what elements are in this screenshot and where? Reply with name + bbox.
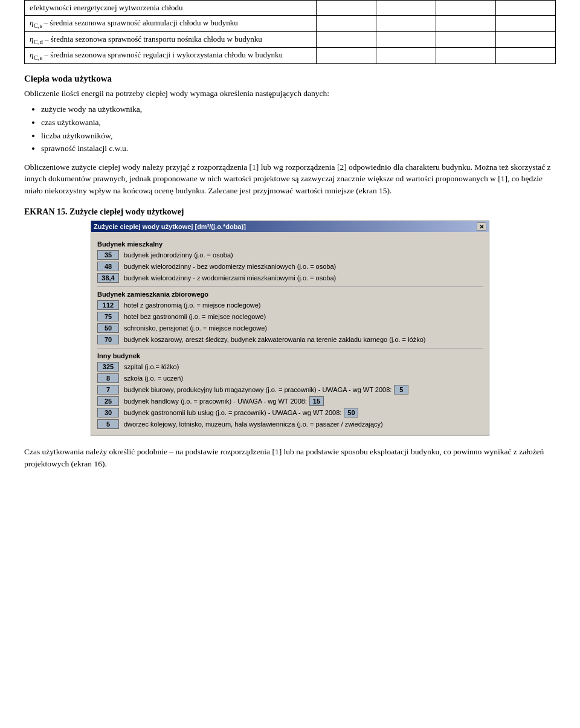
win-row-text: budynek biurowy, produkcyjny lub magazyn… (124, 386, 392, 393)
table-cell-1 (317, 31, 376, 48)
properties-table: efektywności energetycznej wytworzenia c… (24, 0, 556, 64)
screenshot-window: Zużycie ciepłej wody użytkowej [dm³/(j.o… (91, 221, 489, 436)
win-row-text: hotel z gastronomią (j.o. = miejsce nocl… (124, 301, 261, 309)
close-button[interactable]: ✕ (477, 222, 486, 231)
table-cell-2 (376, 16, 436, 32)
intro-paragraph: Obliczenie ilości energii na potrzeby ci… (24, 88, 556, 100)
win-row: 30 budynek gastronomii lub usług (j.o. =… (97, 408, 483, 417)
win-badge: 25 (97, 396, 119, 406)
win-row: 25 budynek handlowy (j.o. = pracownik) -… (97, 396, 483, 406)
section-heading: Ciepła woda użytkowa (24, 74, 556, 84)
win-badge: 75 (97, 312, 119, 321)
list-item: liczba użytkowników, (41, 129, 556, 143)
table-cell-1 (317, 48, 376, 64)
win-badge-extra: 50 (344, 408, 358, 417)
win-row-text: budynek wielorodzinny - z wodomierzami m… (124, 274, 336, 282)
win-badge: 35 (97, 250, 119, 260)
win-row-text: hotel bez gastronomii (j.o. = miejsce no… (124, 313, 266, 320)
win-row: 70 budynek koszarowy, areszt śledczy, bu… (97, 335, 483, 344)
win-row-text: schronisko, pensjonat (j.o. = miejsce no… (124, 324, 267, 332)
win-row: 5 dworzec kolejowy, lotnisko, muzeum, ha… (97, 419, 483, 429)
table-cell-label: ηC,e – średnia sezonowa sprawność regula… (25, 48, 317, 64)
win-divider (97, 286, 483, 287)
win-row: 112 hotel z gastronomią (j.o. = miejsce … (97, 300, 483, 310)
table-cell-label: ηC,s – średnia sezonowa sprawność akumul… (25, 16, 317, 32)
window-body: Budynek mieszkalny 35 budynek jednorodzi… (91, 232, 489, 436)
table-cell-4 (496, 1, 556, 16)
win-row: 325 szpital (j.o.= łóżko) (97, 362, 483, 372)
win-row: 50 schronisko, pensjonat (j.o. = miejsce… (97, 323, 483, 333)
win-row: 35 budynek jednorodzinny (j.o. = osoba) (97, 250, 483, 260)
win-badge: 5 (97, 419, 119, 429)
table-cell-4 (496, 16, 556, 32)
table-cell-label: ηC,d – średnia sezonowa sprawność transp… (25, 31, 317, 48)
table-row: ηC,s – średnia sezonowa sprawność akumul… (25, 16, 556, 32)
win-row: 7 budynek biurowy, produkcyjny lub magaz… (97, 385, 483, 395)
win-row: 8 szkoła (j.o. = uczeń) (97, 373, 483, 383)
win-badge: 325 (97, 362, 119, 372)
table-cell-3 (436, 31, 496, 48)
list-item: czas użytkowania, (41, 116, 556, 129)
table-cell-3 (436, 48, 496, 64)
win-row-text: dworzec kolejowy, lotnisko, muzeum, hala… (124, 420, 383, 428)
table-row: ηC,e – średnia sezonowa sprawność regula… (25, 48, 556, 64)
list-item: sprawność instalacji c.w.u. (41, 142, 556, 155)
bullet-list: zużycie wody na użytkownika, czas użytko… (41, 103, 556, 155)
win-row: 75 hotel bez gastronomii (j.o. = miejsce… (97, 312, 483, 321)
table-cell-2 (376, 48, 436, 64)
win-badge-extra: 15 (309, 396, 324, 406)
table-row: ηC,d – średnia sezonowa sprawność transp… (25, 31, 556, 48)
table-cell-4 (496, 31, 556, 48)
footer-paragraph: Czas użytkowania należy określić podobni… (24, 446, 556, 469)
window-title: Zużycie ciepłej wody użytkowej [dm³/(j.o… (94, 223, 246, 230)
table-cell-2 (376, 1, 436, 16)
win-badge: 38,4 (97, 273, 119, 283)
win-row: 48 budynek wielorodzinny - bez wodomierz… (97, 262, 483, 271)
win-row-text: budynek koszarowy, areszt śledczy, budyn… (124, 336, 425, 343)
table-cell-1 (317, 1, 376, 16)
table-cell-label: efektywności energetycznej wytworzenia c… (25, 1, 317, 16)
win-row-text: budynek wielorodzinny - bez wodomierzy m… (124, 263, 336, 270)
table-cell-1 (317, 16, 376, 32)
win-badge: 50 (97, 323, 119, 333)
table-row: efektywności energetycznej wytworzenia c… (25, 1, 556, 16)
win-badge: 7 (97, 385, 119, 395)
table-cell-3 (436, 16, 496, 32)
table-cell-2 (376, 31, 436, 48)
win-badge: 112 (97, 300, 119, 310)
win-badge: 48 (97, 262, 119, 271)
window-titlebar: Zużycie ciepłej wody użytkowej [dm³/(j.o… (91, 221, 489, 232)
win-badge: 8 (97, 373, 119, 383)
list-item: zużycie wody na użytkownika, (41, 103, 556, 116)
win-section-inny: Inny budynek (97, 352, 483, 359)
table-cell-3 (436, 1, 496, 16)
win-section-zbiorowego: Budynek zamieszkania zbiorowego (97, 291, 483, 298)
paragraph-1: Obliczeniowe zużycie ciepłej wody należy… (24, 161, 556, 197)
table-cell-4 (496, 48, 556, 64)
win-row-text: szpital (j.o.= łóżko) (124, 363, 179, 370)
win-row-text: szkoła (j.o. = uczeń) (124, 375, 183, 382)
win-badge-extra: 5 (394, 385, 408, 395)
win-divider (97, 348, 483, 349)
win-section-mieszkalny: Budynek mieszkalny (97, 240, 483, 248)
screen-label: EKRAN 15. Zużycie ciepłej wody użytkowej (24, 207, 556, 217)
win-badge: 30 (97, 408, 119, 417)
win-row-text: budynek jednorodzinny (j.o. = osoba) (124, 251, 233, 259)
win-badge: 70 (97, 335, 119, 344)
win-row-text: budynek handlowy (j.o. = pracownik) - UW… (124, 398, 307, 405)
win-row: 38,4 budynek wielorodzinny - z wodomierz… (97, 273, 483, 283)
win-row-text: budynek gastronomii lub usług (j.o. = pr… (124, 409, 341, 416)
